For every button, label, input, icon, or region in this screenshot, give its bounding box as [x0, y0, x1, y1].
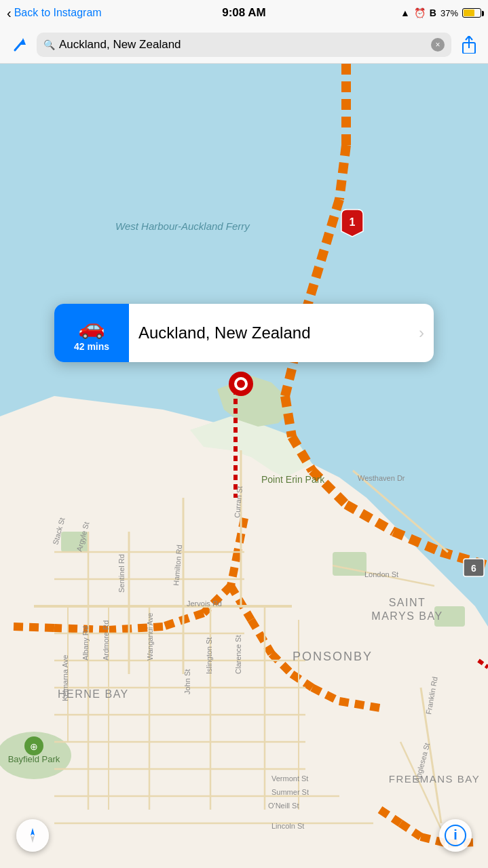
svg-text:Clarence St: Clarence St: [234, 635, 242, 674]
map-view[interactable]: 1 6 West Harbour-Auckland Ferry WESTHAVE…: [0, 64, 488, 868]
share-button[interactable]: [457, 33, 481, 57]
svg-line-32: [14, 627, 54, 628]
location-icon: ▲: [400, 7, 410, 18]
status-right-icons: ▲ ⏰ B 37%: [400, 7, 481, 18]
svg-text:London St: London St: [364, 570, 398, 578]
svg-text:Westhaven Dr: Westhaven Dr: [358, 474, 405, 482]
clear-button[interactable]: ×: [431, 38, 445, 52]
svg-text:Ardmore Rd: Ardmore Rd: [102, 620, 110, 660]
svg-marker-103: [31, 835, 35, 843]
svg-text:i: i: [453, 827, 457, 842]
svg-text:PONSONBY: PONSONBY: [293, 650, 373, 663]
svg-text:6: 6: [471, 563, 476, 574]
svg-text:Albany Rd: Albany Rd: [81, 626, 90, 660]
info-card[interactable]: 🚗 42 mins Auckland, New Zealand ›: [54, 304, 434, 362]
svg-text:John St: John St: [183, 669, 191, 694]
svg-text:MARYS BAY: MARYS BAY: [371, 610, 443, 622]
svg-point-66: [237, 380, 245, 388]
svg-text:Vermont St: Vermont St: [271, 774, 308, 783]
car-icon: 🚗: [78, 314, 105, 340]
status-time: 9:08 AM: [222, 6, 266, 20]
svg-text:FREEMANS BAY: FREEMANS BAY: [389, 773, 480, 785]
svg-text:⊕: ⊕: [30, 741, 38, 752]
card-chevron-icon: ›: [419, 323, 424, 342]
card-drive-info: 🚗 42 mins: [54, 304, 129, 362]
destination-label: Auckland, New Zealand: [138, 323, 310, 342]
svg-text:1: 1: [350, 216, 356, 228]
svg-text:Wanganui Ave: Wanganui Ave: [146, 613, 154, 660]
svg-text:SAINT: SAINT: [389, 597, 426, 608]
svg-marker-102: [31, 828, 35, 835]
svg-text:Islington St: Islington St: [205, 637, 213, 674]
route-icon[interactable]: [7, 33, 31, 57]
svg-text:Point Erin Park: Point Erin Park: [261, 474, 325, 485]
compass-button[interactable]: [16, 819, 49, 852]
status-bar: ‹ Back to Instagram 9:08 AM ▲ ⏰ B 37%: [0, 0, 488, 26]
back-label[interactable]: Back to Instagram: [14, 7, 102, 19]
svg-text:Lincoln St: Lincoln St: [271, 822, 304, 830]
search-input-wrapper[interactable]: 🔍 Auckland, New Zealand ×: [37, 33, 451, 57]
svg-text:Summer St: Summer St: [271, 788, 309, 796]
battery-icon: [462, 8, 481, 18]
card-destination[interactable]: Auckland, New Zealand ›: [129, 323, 434, 342]
svg-text:O'Neill St: O'Neill St: [268, 802, 299, 810]
alarm-icon: ⏰: [414, 7, 426, 18]
svg-text:Bayfield Park: Bayfield Park: [8, 754, 60, 764]
search-bar: 🔍 Auckland, New Zealand ×: [0, 26, 488, 64]
search-input[interactable]: Auckland, New Zealand: [59, 38, 431, 52]
drive-minutes: 42 mins: [74, 341, 109, 352]
back-chevron-icon: ‹: [7, 5, 12, 21]
battery-percent: 37%: [440, 8, 458, 18]
info-button[interactable]: i: [439, 819, 472, 852]
svg-text:Jervois Rd: Jervois Rd: [187, 599, 222, 608]
search-icon: 🔍: [43, 39, 55, 50]
svg-text:Sentinel Rd: Sentinel Rd: [117, 554, 126, 593]
svg-text:Kelmarna Ave: Kelmarna Ave: [61, 655, 69, 701]
svg-text:West Harbour-Auckland Ferry: West Harbour-Auckland Ferry: [115, 220, 250, 232]
bluetooth-icon: B: [430, 7, 436, 18]
back-button[interactable]: ‹ Back to Instagram: [7, 5, 102, 21]
